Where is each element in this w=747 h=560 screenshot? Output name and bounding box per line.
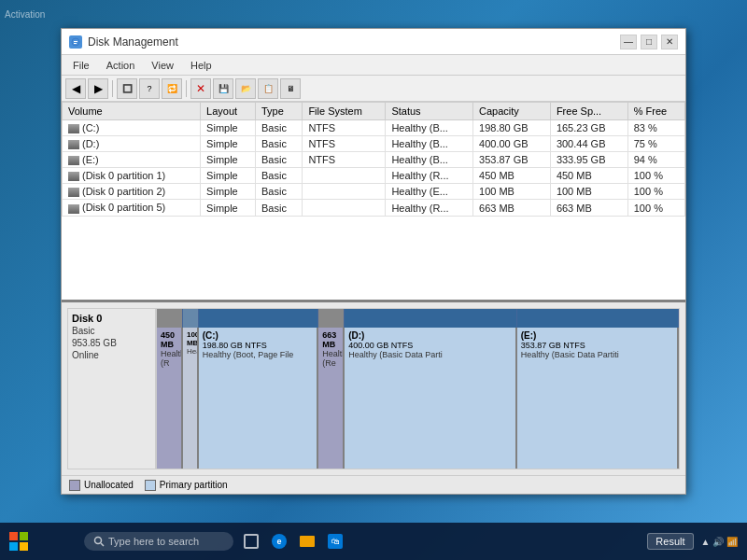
- cell-type: Basic: [256, 152, 303, 168]
- result-button[interactable]: Result: [647, 533, 693, 550]
- legend-unallocated-box: [69, 480, 80, 491]
- cell-free: 100 MB: [550, 184, 627, 200]
- svg-rect-2: [74, 43, 77, 44]
- volume-icon: [68, 172, 79, 181]
- col-filesystem: File System: [303, 103, 386, 120]
- disk-type: Basic: [72, 326, 151, 336]
- cell-capacity: 663 MB: [473, 200, 551, 216]
- cell-pct: 94 %: [627, 152, 684, 168]
- menu-help[interactable]: Help: [183, 58, 219, 73]
- content-area: Volume Layout Type File System Status Ca…: [62, 102, 685, 494]
- cell-status: Healthy (R...: [386, 168, 473, 184]
- taskbar-search[interactable]: Type here to search: [84, 532, 233, 551]
- cell-pct: 100 %: [627, 200, 684, 216]
- cell-layout: Simple: [201, 120, 256, 136]
- activation-watermark: Activation: [5, 9, 45, 20]
- header-seg-3: [199, 309, 319, 328]
- maximize-button[interactable]: □: [641, 35, 657, 49]
- menu-file[interactable]: File: [65, 58, 97, 73]
- disk-status: Online: [72, 350, 151, 360]
- table-row[interactable]: (Disk 0 partition 5)SimpleBasicHealthy (…: [63, 200, 685, 216]
- part-status-0: Healthy (R: [161, 349, 177, 368]
- properties-button[interactable]: 🔲: [117, 78, 137, 99]
- cell-layout: Simple: [201, 184, 256, 200]
- table-row[interactable]: (Disk 0 partition 1)SimpleBasicHealthy (…: [63, 168, 685, 184]
- help-button[interactable]: ?: [139, 78, 160, 99]
- partition-block-2[interactable]: (C:) 198.80 GB NTFS Healthy (Boot, Page …: [199, 328, 319, 469]
- store-button[interactable]: 🛍: [321, 523, 349, 560]
- partition-block-3[interactable]: 663 MB Healthy (Re: [318, 328, 345, 469]
- view-button[interactable]: 📋: [258, 78, 278, 99]
- header-seg-1: [157, 309, 183, 328]
- menu-bar: File Action View Help: [62, 55, 685, 76]
- cell-layout: Simple: [201, 200, 256, 216]
- col-volume: Volume: [63, 103, 201, 120]
- cell-volume: (Disk 0 partition 1): [63, 168, 201, 184]
- part-status-1: Health: [187, 347, 193, 356]
- cell-status: Healthy (R...: [386, 200, 473, 216]
- col-layout: Layout: [201, 103, 256, 120]
- table-row[interactable]: (C:)SimpleBasicNTFSHealthy (B...198.80 G…: [63, 120, 685, 136]
- cell-type: Basic: [256, 120, 303, 136]
- cell-free: 663 MB: [550, 200, 627, 216]
- back-button[interactable]: ◀: [65, 78, 86, 99]
- table-header-row: Volume Layout Type File System Status Ca…: [63, 103, 685, 120]
- partition-block-1[interactable]: 100 MB Health: [183, 328, 199, 469]
- disk-visual: 450 MB Healthy (R 100 MB Health (C:) 198…: [156, 308, 680, 469]
- minimize-button[interactable]: —: [620, 35, 637, 49]
- cell-layout: Simple: [201, 168, 256, 184]
- cell-volume: (D:): [63, 136, 201, 152]
- volume-icon: [68, 188, 79, 197]
- cell-volume: (E:): [63, 152, 201, 168]
- disk-partitions: 450 MB Healthy (R 100 MB Health (C:) 198…: [157, 328, 679, 469]
- part-status-5: Healthy (Basic Data Partiti: [521, 350, 673, 359]
- cell-volume: (Disk 0 partition 2): [63, 184, 201, 200]
- legend-primary: Primary partition: [145, 480, 228, 491]
- part-status-3: Healthy (Re: [322, 349, 339, 368]
- lower-panel: Disk 0 Basic 953.85 GB Online: [62, 302, 685, 475]
- toolbar-separator-2: [186, 80, 187, 97]
- cell-layout: Simple: [201, 136, 256, 152]
- cell-free: 165.23 GB: [550, 120, 627, 136]
- import-button[interactable]: 📂: [235, 78, 256, 99]
- edge-button[interactable]: e: [265, 523, 293, 560]
- title-controls: — □ ✕: [620, 35, 678, 49]
- export-button[interactable]: 💾: [213, 78, 233, 99]
- cell-free: 300.44 GB: [550, 136, 627, 152]
- taskbar: Type here to search e 🛍 Result ▲ 🔊 📶: [0, 523, 747, 560]
- title-bar-left: Disk Management: [69, 35, 178, 49]
- col-free: Free Sp...: [550, 103, 627, 120]
- cell-fs: [303, 200, 386, 216]
- disk-management-window: Disk Management — □ ✕ File Action View H…: [61, 28, 686, 495]
- task-view-button[interactable]: [237, 523, 265, 560]
- disk-info-panel: Disk 0 Basic 953.85 GB Online: [67, 308, 156, 469]
- refresh-button[interactable]: 🔁: [162, 78, 182, 99]
- menu-view[interactable]: View: [144, 58, 181, 73]
- folder-button[interactable]: [293, 523, 321, 560]
- menu-action[interactable]: Action: [99, 58, 143, 73]
- header-seg-6: [517, 309, 679, 328]
- legend-unallocated: Unallocated: [69, 480, 134, 491]
- delete-button[interactable]: ✕: [190, 78, 211, 99]
- table-row[interactable]: (E:)SimpleBasicNTFSHealthy (B...353.87 G…: [63, 152, 685, 168]
- system-tray: ▲ 🔊 📶: [701, 537, 738, 547]
- disk-size: 953.85 GB: [72, 338, 151, 348]
- table-row[interactable]: (D:)SimpleBasicNTFSHealthy (B...400.00 G…: [63, 136, 685, 152]
- table-row[interactable]: (Disk 0 partition 2)SimpleBasicHealthy (…: [63, 184, 685, 200]
- legend-unallocated-label: Unallocated: [84, 480, 134, 490]
- volume-icon: [68, 124, 79, 133]
- close-button[interactable]: ✕: [661, 35, 678, 49]
- partition-block-4[interactable]: (D:) 400.00 GB NTFS Healthy (Basic Data …: [345, 328, 516, 469]
- display-button[interactable]: 🖥: [280, 78, 301, 99]
- partition-block-0[interactable]: 450 MB Healthy (R: [157, 328, 183, 469]
- cell-status: Healthy (E...: [386, 184, 473, 200]
- disk-header-bar: [157, 309, 679, 328]
- volume-icon: [68, 204, 79, 214]
- partition-block-5[interactable]: (E:) 353.87 GB NTFS Healthy (Basic Data …: [517, 328, 679, 469]
- forward-button[interactable]: ▶: [88, 78, 108, 99]
- legend-primary-box: [145, 480, 156, 491]
- header-seg-4: [318, 309, 345, 328]
- part-label-4: (D:): [348, 330, 511, 341]
- start-button[interactable]: [0, 523, 37, 560]
- cell-fs: NTFS: [303, 152, 386, 168]
